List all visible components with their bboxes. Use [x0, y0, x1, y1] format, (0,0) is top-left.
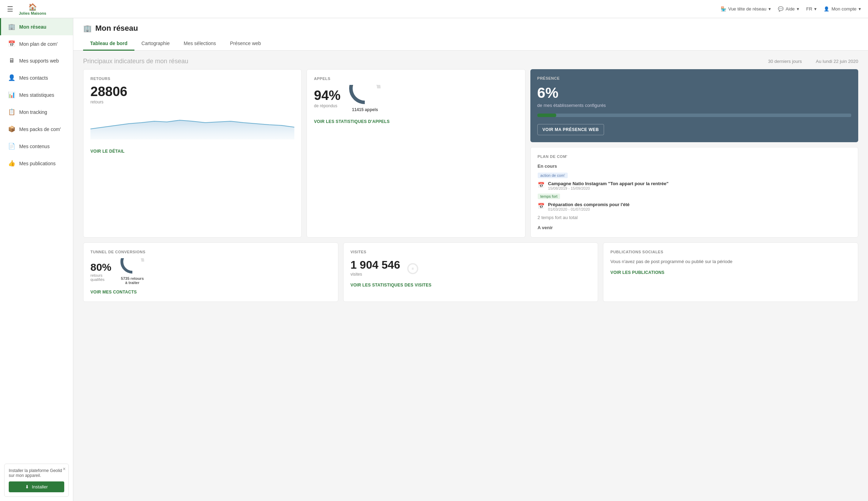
aide-label: Aide [786, 6, 795, 12]
appels-link[interactable]: VOIR LES STATISTIQUES D'APPELS [314, 119, 518, 124]
sidebar-item-tracking[interactable]: 📋 Mon tracking [0, 103, 73, 121]
account-icon: 👤 [824, 6, 829, 12]
sidebar-item-supports[interactable]: 🖥 Mes supports web [0, 52, 73, 69]
plan-card: PLAN DE COM' En cours action de com' 📅 C… [530, 147, 858, 238]
plan-tag1: action de com' [538, 173, 568, 178]
tunnel-left: 80% retours qualifiés [90, 261, 111, 282]
presence-label: PRÉSENCE [537, 76, 851, 80]
tab-selections[interactable]: Mes sélections [177, 37, 223, 51]
visites-link[interactable]: VOIR LES STATISTIQUES DES VISITES [351, 283, 591, 288]
chat-icon: 💬 [778, 6, 784, 12]
install-button[interactable]: ⬇ Installer [9, 481, 64, 492]
install-text: Installer la plateforme Geolid sur mon a… [9, 468, 62, 478]
tunnel-retours: 5735 retours à traiter [118, 276, 146, 285]
page-title-icon: 🏢 [83, 24, 92, 32]
sidebar-item-contacts[interactable]: 👤 Mes contacts [0, 69, 73, 86]
page-title-row: 🏢 Mon réseau [83, 24, 858, 33]
sidebar-item-contenus[interactable]: 📄 Mes contenus [0, 138, 73, 155]
plan-item2-title: Préparation des compromis pour l'été [548, 202, 630, 207]
content: 🏢 Mon réseau Tableau de bord Cartographi… [73, 18, 868, 501]
sidebar-label-statistiques: Mes statistiques [19, 92, 54, 98]
sidebar-label-contacts: Mes contacts [19, 75, 48, 81]
tunnel-gauge [118, 258, 146, 276]
appels-card: APPELS 94% de répondus 11415 app [307, 69, 525, 238]
main-layout: 🏢 Mon réseau 📅 Mon plan de com' 🖥 Mes su… [0, 18, 868, 501]
visites-label: VISITES [351, 250, 591, 254]
social-card: PUBLICATIONS SOCIALES Vous n'avez pas de… [603, 242, 858, 302]
top-nav: ☰ 🏠 Jolies Maisons 🏪 Vue tête de réseau … [0, 0, 868, 18]
lang-menu[interactable]: FR ▾ [806, 6, 817, 12]
tabs: Tableau de bord Cartographie Mes sélecti… [83, 37, 858, 50]
presence-progress-bar [537, 114, 851, 117]
period-label: 30 derniers jours [768, 59, 802, 64]
account-menu[interactable]: 👤 Mon compte ▾ [824, 6, 861, 12]
retours-value: 28806 [90, 85, 294, 98]
sidebar-item-plan[interactable]: 📅 Mon plan de com' [0, 35, 73, 52]
top-nav-left: ☰ 🏠 Jolies Maisons [7, 3, 46, 15]
appels-label: APPELS [314, 77, 518, 81]
supports-icon: 🖥 [8, 57, 15, 64]
date-label: Au lundi 22 juin 2020 [816, 59, 858, 64]
svg-point-3 [122, 258, 143, 272]
tab-tableau[interactable]: Tableau de bord [83, 37, 134, 51]
plan-icon: 📅 [8, 40, 15, 48]
right-column: PRÉSENCE 6% de mes établissements config… [530, 69, 858, 238]
presence-sub: de mes établissements configurés [537, 103, 851, 108]
page-title: Mon réseau [95, 24, 138, 33]
visites-card: VISITES 1 904 546 visites ⊙ VOIR LES STA… [343, 242, 598, 302]
svg-point-1 [351, 85, 379, 102]
plan-item1: 📅 Campagne Natio Instagram "Ton appart p… [538, 181, 851, 190]
tab-cartographie[interactable]: Cartographie [134, 37, 177, 51]
plan-en-cours-title: En cours [538, 164, 851, 169]
sidebar-label-packs: Mes packs de com' [19, 126, 61, 132]
tab-presence[interactable]: Présence web [223, 37, 268, 51]
stats-icon: 📊 [8, 91, 15, 99]
logo[interactable]: 🏠 Jolies Maisons [19, 3, 46, 15]
plan-item2-content: Préparation des compromis pour l'été 01/… [548, 202, 630, 211]
publications-icon: 👍 [8, 160, 15, 167]
sidebar-label-supports: Mes supports web [19, 58, 59, 64]
calendar2-icon: 📅 [538, 203, 545, 209]
retours-sub: retours [90, 100, 294, 104]
sidebar-label-plan: Mon plan de com' [19, 41, 58, 47]
tunnel-label: TUNNEL DE CONVERSIONS [90, 250, 331, 254]
install-close-button[interactable]: × [63, 466, 66, 472]
download-icon: ⬇ [25, 484, 29, 489]
top-nav-right: 🏪 Vue tête de réseau ▾ 💬 Aide ▾ FR ▾ 👤 M… [721, 6, 861, 12]
calendar-icon: 📅 [538, 182, 545, 188]
retours-card: RETOURS 28806 retours VOIR LE DÉTAIL [83, 69, 302, 238]
sidebar-label-publications: Mes publications [19, 161, 56, 166]
retours-label: RETOURS [90, 77, 294, 81]
appels-gauge-svg [347, 85, 382, 106]
aide-menu[interactable]: 💬 Aide ▾ [778, 6, 799, 12]
social-link[interactable]: VOIR LES PUBLICATIONS [610, 270, 851, 275]
chevron-account-icon: ▾ [859, 6, 861, 12]
logo-text: Jolies Maisons [19, 11, 46, 15]
sidebar-item-publications[interactable]: 👍 Mes publications [0, 155, 73, 172]
appels-inner: 94% de répondus 11415 appels [314, 85, 518, 112]
appels-gauge-wrap: 11415 appels [347, 85, 382, 112]
install-btn-label: Installer [32, 484, 48, 489]
tunnel-link[interactable]: VOIR MES CONTACTS [90, 290, 331, 295]
vue-tete-label: Vue tête de réseau [728, 6, 766, 12]
sidebar-item-packs[interactable]: 📦 Mes packs de com' [0, 121, 73, 138]
presence-link[interactable]: VOIR MA PRÉSENCE WEB [537, 124, 604, 135]
sidebar-item-reseau[interactable]: 🏢 Mon réseau [0, 18, 73, 35]
plan-total: 2 temps fort au total [538, 215, 851, 220]
sidebar-label-reseau: Mon réseau [19, 24, 46, 30]
retours-link[interactable]: VOIR LE DÉTAIL [90, 149, 294, 154]
tunnel-inner: 80% retours qualifiés [90, 258, 331, 285]
account-label: Mon compte [831, 6, 856, 12]
plan-avenir-title: A venir [538, 225, 851, 230]
hamburger-icon[interactable]: ☰ [7, 5, 13, 13]
visites-sub: visites [351, 272, 400, 277]
packs-icon: 📦 [8, 125, 15, 133]
tunnel-pct: 80% [90, 261, 111, 273]
visites-inner: 1 904 546 visites ⊙ [351, 258, 591, 278]
indicators-header: Principaux indicateurs de mon réseau 30 … [73, 51, 868, 69]
plan-item2-date: 01/03/2020 - 01/07/2020 [548, 207, 630, 211]
vue-tete-menu[interactable]: 🏪 Vue tête de réseau ▾ [721, 6, 771, 12]
sidebar-item-statistiques[interactable]: 📊 Mes statistiques [0, 86, 73, 103]
social-text: Vous n'avez pas de post programmé ou pub… [610, 258, 851, 265]
indicators-title: Principaux indicateurs de mon réseau [83, 58, 188, 65]
